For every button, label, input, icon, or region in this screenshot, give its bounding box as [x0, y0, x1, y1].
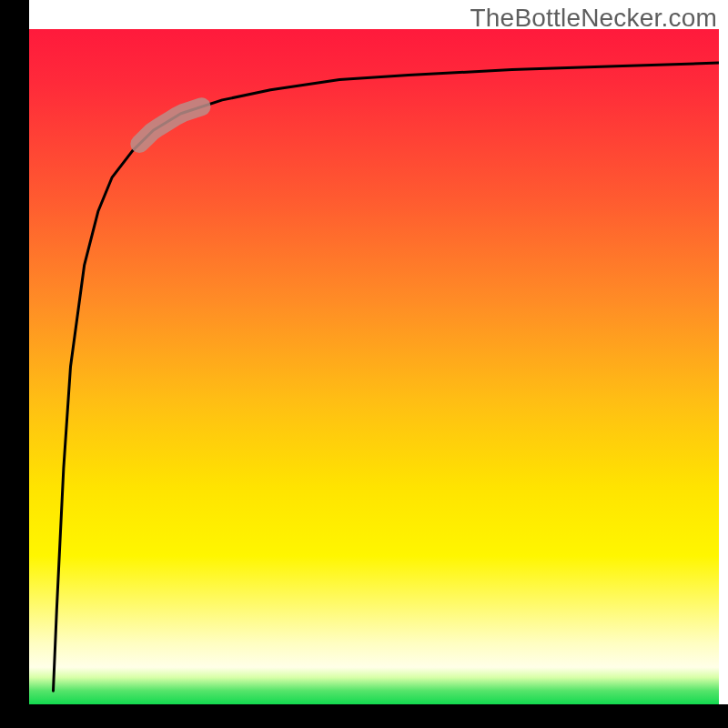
- chart-stage: TheBottleNecker.com: [0, 0, 728, 728]
- x-axis: [0, 704, 728, 728]
- curve-highlight: [139, 106, 201, 144]
- watermark-text: TheBottleNecker.com: [470, 4, 717, 33]
- axis-corner: [0, 0, 29, 29]
- curve-layer: [29, 29, 719, 704]
- y-axis: [0, 29, 29, 704]
- bottleneck-curve: [54, 63, 720, 691]
- plot-area: [29, 29, 719, 704]
